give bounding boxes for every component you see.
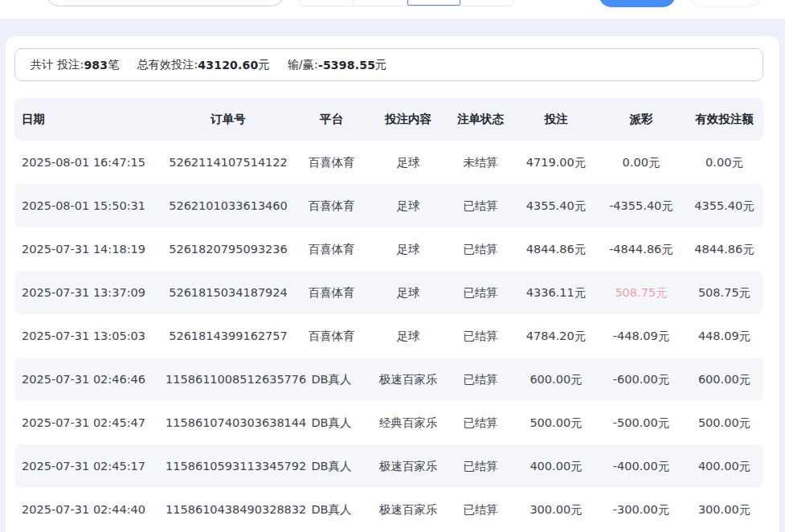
table-row: 2025-07-31 02:45:17 1158610593113345792 …	[14, 444, 763, 488]
cell-status: 未结算	[444, 155, 517, 170]
cell-valid: 600.00元	[687, 372, 762, 387]
table-header-row: 日期 订单号 平台 投注内容 注单状态 投注 派彩 有效投注额	[14, 98, 763, 141]
search-button[interactable]	[599, 0, 676, 7]
header-date: 日期	[14, 112, 166, 127]
segment-option-2[interactable]	[354, 0, 407, 6]
summary-winloss-unit: 元	[375, 58, 386, 72]
cell-date: 2025-08-01 15:50:31	[14, 199, 166, 212]
cell-date: 2025-07-31 02:46:46	[14, 373, 166, 386]
header-status: 注单状态	[444, 112, 517, 127]
cell-status: 已结算	[444, 242, 517, 257]
cell-order: 1158610438490328832	[166, 503, 291, 516]
cell-content: 极速百家乐	[372, 372, 444, 387]
header-payout: 派彩	[595, 112, 687, 127]
segment-option-4[interactable]	[460, 0, 513, 6]
header-valid: 有效投注额	[687, 112, 762, 127]
cell-valid: 448.09元	[687, 329, 762, 344]
cell-order: 5262114107514122	[166, 156, 291, 169]
summary-total-label: 共计	[31, 58, 53, 72]
cell-status: 已结算	[444, 502, 517, 518]
date-range-segmented-control	[299, 0, 514, 6]
cell-bet: 4355.40元	[517, 198, 595, 214]
cell-date: 2025-08-01 16:47:15	[14, 156, 166, 169]
header-order: 订单号	[166, 112, 291, 127]
cell-platform: DB真人	[291, 502, 372, 518]
cell-date: 2025-07-31 14:18:19	[14, 243, 166, 256]
table-row: 2025-07-31 02:45:47 1158610740303638144 …	[14, 401, 763, 444]
cell-platform: 百喜体育	[291, 155, 372, 170]
bet-records-table: 日期 订单号 平台 投注内容 注单状态 投注 派彩 有效投注额 2025-08-…	[14, 98, 763, 531]
segment-option-3-selected[interactable]	[407, 0, 461, 6]
cell-valid: 4844.86元	[687, 242, 762, 257]
cell-platform: 百喜体育	[291, 242, 372, 257]
cell-bet: 300.00元	[517, 502, 595, 518]
cell-payout: -500.00元	[595, 415, 687, 431]
cell-date: 2025-07-31 13:05:03	[14, 329, 166, 342]
records-card: 共计 投注:983笔总有效投注:43120.60元输/赢:-5398.55元 日…	[6, 36, 779, 532]
cell-date: 2025-07-31 13:37:09	[14, 286, 166, 299]
table-body: 2025-08-01 16:47:15 5262114107514122 百喜体…	[14, 141, 763, 531]
summary-winloss-amount: -5398.55	[318, 59, 375, 72]
summary-bet-unit: 笔	[108, 58, 119, 72]
cell-date: 2025-07-31 02:44:40	[14, 503, 166, 516]
cell-payout: -600.00元	[595, 372, 687, 387]
table-row: 2025-08-01 16:47:15 5262114107514122 百喜体…	[14, 141, 763, 184]
cell-bet: 4784.20元	[517, 329, 595, 344]
table-row: 2025-07-31 14:18:19 5261820795093236 百喜体…	[14, 227, 763, 271]
cell-date: 2025-07-31 02:45:47	[14, 416, 166, 429]
cell-status: 已结算	[444, 198, 517, 214]
cell-payout: -448.09元	[595, 329, 687, 344]
cell-payout: -4844.86元	[595, 242, 687, 257]
cell-content: 足球	[372, 242, 444, 257]
summary-bet-count: 983	[84, 59, 108, 72]
cell-bet: 4719.00元	[517, 155, 595, 170]
search-input[interactable]	[46, 0, 284, 6]
table-row: 2025-07-31 13:37:09 5261815034187924 百喜体…	[14, 271, 763, 314]
cell-order: 5261815034187924	[166, 286, 291, 299]
cell-payout: 508.75元	[595, 285, 687, 301]
cell-content: 极速百家乐	[372, 459, 444, 474]
cell-platform: 百喜体育	[291, 198, 372, 214]
cell-platform: DB真人	[291, 372, 372, 387]
table-row: 2025-08-01 15:50:31 5262101033613460 百喜体…	[14, 184, 763, 227]
summary-valid-amount: 43120.60	[198, 59, 258, 72]
cell-status: 已结算	[444, 415, 517, 431]
cell-order: 1158611008512635776	[166, 373, 291, 386]
cell-payout: 0.00元	[595, 155, 687, 170]
cell-content: 经典百家乐	[372, 415, 444, 431]
cell-platform: DB真人	[291, 415, 372, 431]
table-row: 2025-07-31 02:44:40 1158610438490328832 …	[14, 488, 763, 531]
cell-platform: 百喜体育	[291, 285, 372, 301]
cell-status: 已结算	[444, 329, 517, 344]
cell-valid: 300.00元	[687, 502, 762, 518]
cell-bet: 4336.11元	[517, 285, 595, 301]
cell-bet: 600.00元	[517, 372, 595, 387]
cell-platform: 百喜体育	[291, 329, 372, 344]
reset-button[interactable]	[689, 0, 762, 7]
cell-valid: 4355.40元	[687, 198, 762, 214]
cell-payout: -400.00元	[595, 459, 687, 474]
cell-content: 极速百家乐	[372, 502, 444, 518]
table-row: 2025-07-31 13:05:03 5261814399162757 百喜体…	[14, 314, 763, 358]
cell-content: 足球	[372, 285, 444, 301]
cell-valid: 508.75元	[687, 285, 762, 301]
cell-payout: -300.00元	[595, 502, 687, 518]
cell-content: 足球	[372, 329, 444, 344]
cell-content: 足球	[372, 198, 444, 214]
summary-valid-label: 总有效投注:	[137, 58, 198, 72]
top-toolbar	[0, 0, 785, 18]
cell-status: 已结算	[444, 459, 517, 474]
cell-status: 已结算	[444, 372, 517, 387]
cell-payout: -4355.40元	[595, 198, 687, 214]
cell-platform: DB真人	[291, 459, 372, 474]
cell-content: 足球	[372, 155, 444, 170]
summary-bet-label: 投注:	[57, 58, 84, 72]
cell-valid: 0.00元	[687, 155, 762, 170]
segment-option-1[interactable]	[300, 0, 354, 6]
cell-bet: 500.00元	[517, 415, 595, 431]
header-platform: 平台	[291, 112, 372, 127]
table-row: 2025-07-31 02:46:46 1158611008512635776 …	[14, 358, 763, 401]
cell-bet: 4844.86元	[517, 242, 595, 257]
header-content: 投注内容	[372, 112, 444, 127]
cell-order: 5262101033613460	[166, 199, 291, 212]
